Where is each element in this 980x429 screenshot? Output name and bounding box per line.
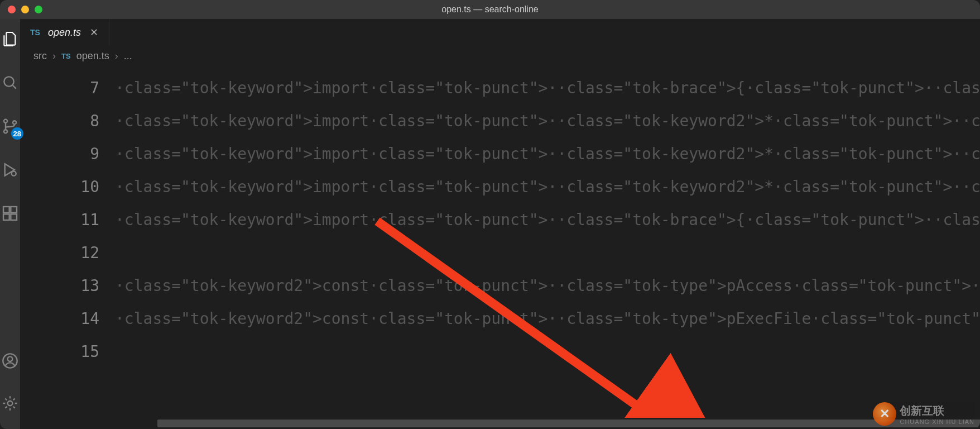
account-icon [1, 352, 19, 370]
code-line[interactable] [115, 335, 980, 368]
line-number: 11 [20, 203, 99, 236]
breadcrumbs[interactable]: src › TS open.ts › ... [20, 46, 980, 66]
code-content[interactable]: ·class="tok-keyword">import·class="tok-p… [115, 66, 980, 429]
scrollbar-thumb[interactable] [157, 420, 980, 427]
code-line[interactable]: ·class="tok-keyword">import·class="tok-p… [115, 170, 980, 203]
minimize-window-button[interactable] [21, 6, 29, 13]
watermark: ✕ 创新互联 CHUANG XIN HU LIAN [873, 402, 974, 426]
window-controls [8, 6, 42, 13]
tab-spacer [110, 19, 980, 46]
line-number: 7 [20, 72, 99, 104]
line-number: 12 [20, 236, 99, 269]
settings-button[interactable] [0, 393, 20, 413]
line-number: 15 [20, 335, 99, 368]
svg-point-0 [4, 77, 13, 86]
source-control-tab[interactable]: 28 [0, 116, 20, 136]
line-number: 10 [20, 170, 99, 203]
files-icon [1, 30, 19, 48]
svg-point-3 [4, 130, 7, 133]
extensions-icon [1, 204, 19, 222]
window-title: open.ts — search-online [441, 4, 538, 15]
line-number: 13 [20, 269, 99, 302]
chevron-right-icon: › [52, 50, 56, 62]
breadcrumb-segment[interactable]: ... [124, 50, 132, 62]
tab-bar: TS open.ts ✕ ··· [20, 19, 980, 46]
explorer-tab[interactable] [0, 29, 20, 49]
chevron-right-icon: › [115, 50, 118, 62]
svg-rect-6 [3, 207, 9, 213]
code-line[interactable]: ·class="tok-keyword">import·class="tok-p… [115, 137, 980, 170]
editor-body[interactable]: 789101112131415 ·class="tok-keyword">imp… [20, 66, 980, 429]
svg-point-12 [8, 401, 13, 406]
play-bug-icon [1, 161, 19, 179]
code-line[interactable]: ·class="tok-keyword2">const·class="tok-p… [115, 302, 980, 335]
main-layout: 28 TS open.ts ✕ [0, 19, 980, 429]
line-number-gutter: 789101112131415 [20, 66, 115, 429]
breadcrumb-segment[interactable]: open.ts [76, 50, 109, 62]
line-number: 9 [20, 137, 99, 170]
tab-label: open.ts [48, 27, 81, 39]
tab-open-ts[interactable]: TS open.ts ✕ [20, 19, 110, 46]
maximize-window-button[interactable] [35, 6, 42, 13]
line-number: 8 [20, 104, 99, 137]
breadcrumb-segment[interactable]: src [33, 50, 47, 62]
svg-point-5 [12, 171, 16, 176]
editor-group: TS open.ts ✕ ··· src › TS open.ts › .. [20, 19, 980, 429]
run-debug-tab[interactable] [0, 160, 20, 180]
code-line[interactable] [115, 236, 980, 269]
extensions-tab[interactable] [0, 203, 20, 223]
svg-rect-9 [11, 214, 17, 220]
accounts-button[interactable] [0, 351, 20, 371]
code-line[interactable]: ·class="tok-keyword2">const·class="tok-p… [115, 269, 980, 302]
watermark-text: 创新互联 [900, 404, 944, 417]
search-tab[interactable] [0, 73, 20, 93]
svg-line-1 [12, 85, 16, 88]
ts-file-icon: TS [30, 28, 40, 37]
svg-point-4 [13, 121, 16, 124]
search-icon [1, 74, 19, 92]
watermark-logo-icon: ✕ [873, 402, 896, 426]
watermark-subtext: CHUANG XIN HU LIAN [900, 418, 974, 425]
titlebar: open.ts — search-online [0, 0, 980, 19]
editor-horizontal-scrollbar[interactable] [157, 418, 980, 429]
svg-point-11 [8, 356, 13, 361]
close-tab-button[interactable]: ✕ [89, 26, 99, 39]
code-line[interactable]: ·class="tok-keyword">import·class="tok-p… [115, 104, 980, 137]
svg-rect-8 [3, 214, 9, 220]
activity-bar: 28 [0, 19, 20, 429]
close-window-button[interactable] [8, 6, 16, 13]
svg-point-2 [4, 120, 7, 123]
svg-rect-7 [11, 207, 17, 213]
code-line[interactable]: ·class="tok-keyword">import·class="tok-p… [115, 72, 980, 104]
line-number: 14 [20, 302, 99, 335]
ts-file-icon: TS [61, 52, 71, 60]
code-line[interactable]: ·class="tok-keyword">import·class="tok-p… [115, 203, 980, 236]
gear-icon [1, 394, 19, 412]
